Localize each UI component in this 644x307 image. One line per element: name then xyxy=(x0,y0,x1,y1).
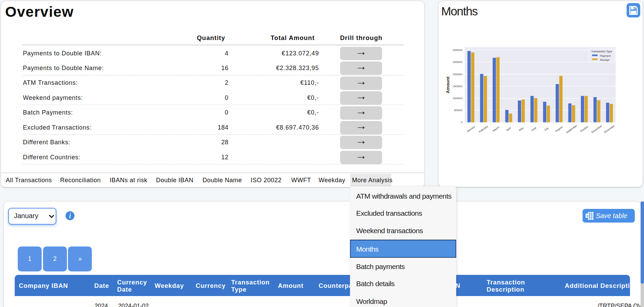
svg-text:April: April xyxy=(505,126,512,132)
svg-text:May: May xyxy=(518,126,524,132)
svg-text:2500000: 2500000 xyxy=(453,61,462,64)
svg-text:Receipt: Receipt xyxy=(600,58,610,62)
svg-text:September: September xyxy=(565,124,578,134)
svg-text:Amount: Amount xyxy=(445,76,450,93)
svg-text:March: March xyxy=(492,126,500,133)
svg-text:January: January xyxy=(466,125,476,133)
svg-text:August: August xyxy=(555,125,563,133)
svg-text:November: November xyxy=(591,124,603,134)
svg-text:February: February xyxy=(478,125,489,133)
svg-text:x: x xyxy=(586,214,589,218)
svg-text:July: July xyxy=(544,126,549,132)
svg-text:1500000: 1500000 xyxy=(453,85,462,88)
svg-text:2000000: 2000000 xyxy=(453,73,462,76)
svg-text:October: October xyxy=(579,125,589,133)
svg-text:500000: 500000 xyxy=(454,109,462,112)
svg-text:June: June xyxy=(531,126,537,132)
svg-text:0: 0 xyxy=(461,121,462,124)
svg-text:Payment: Payment xyxy=(600,54,611,57)
svg-text:Transaction Type: Transaction Type xyxy=(591,50,612,53)
svg-text:1000000: 1000000 xyxy=(453,97,462,100)
svg-text:3000000: 3000000 xyxy=(453,49,462,52)
svg-text:December: December xyxy=(603,124,615,134)
